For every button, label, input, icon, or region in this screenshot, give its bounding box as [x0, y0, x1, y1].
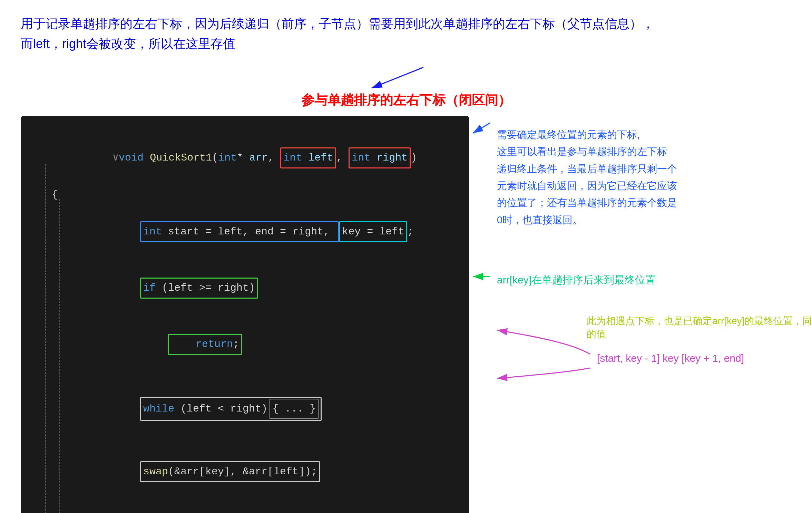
paren-open: ( [212, 152, 218, 164]
semicolon2: ; [233, 338, 239, 350]
spacer3 [38, 500, 452, 507]
if-cond: (left >= right) [162, 282, 255, 294]
kw-int4: int [143, 226, 168, 238]
code-line-7: swap(&arr[key], &arr[left]); [66, 444, 452, 500]
start-decl: start = left, end = right, [168, 226, 336, 238]
spacer2 [38, 438, 452, 444]
highlight-return: return; [168, 334, 242, 355]
dashed-line-inner [59, 199, 60, 513]
fn-name: QuickSort1 [150, 152, 212, 164]
star: * [237, 152, 249, 164]
param-arr: arr [249, 152, 268, 164]
highlight-while: while (left < right){ ... } [140, 397, 322, 421]
ann-rt-l2: 这里可以看出是参与单趟排序的左下标 [497, 143, 756, 160]
key-equals-label: 此为相遇点下标，也是已确定arr[key]的最终位置，同时更新key的值 [587, 316, 812, 339]
ann-key-equals: 此为相遇点下标，也是已确定arr[key]的最终位置，同时更新key的值 [587, 314, 812, 341]
spacer1 [38, 372, 452, 379]
annotation-line2: 而left，right会被改变，所以在这里存值 [21, 34, 791, 54]
code-line-6: while (left < right){ ... } [66, 379, 452, 438]
ann-range: [start, key - 1] key [key + 1, end] [597, 352, 744, 364]
annotation-line1: 用于记录单趟排序的左右下标，因为后续递归（前序，子节点）需要用到此次单趟排序的左… [21, 14, 791, 34]
red-label: 参与单趟排序的左右下标（闭区间） [21, 91, 791, 109]
ann-rt-l4: 元素时就自动返回，因为它已经在它应该 [497, 177, 756, 194]
code-block: ∨void QuickSort1(int* arr, int left, int… [38, 130, 452, 513]
kw-return: return [171, 338, 233, 350]
red-label-row: 参与单趟排序的左右下标（闭区间） [21, 64, 791, 109]
highlight-collapsed: { ... } [270, 399, 319, 419]
param-left: left [308, 152, 333, 164]
comma1: , [268, 152, 280, 164]
ann-rt-l6: 0时，也直接返回。 [497, 212, 756, 229]
top-annotation: 用于记录单趟排序的左右下标，因为后续递归（前序，子节点）需要用到此次单趟排序的左… [21, 14, 791, 54]
param-right: right [376, 152, 408, 164]
kw-int1: int [218, 152, 237, 164]
highlight-key: key = left [339, 221, 407, 242]
kw-int3: int [352, 152, 376, 164]
swap-args: (&arr[key], &arr[left]); [168, 466, 317, 477]
highlight-start-end: int start = left, end = right, [140, 221, 339, 242]
code-wrapper: ∨void QuickSort1(int* arr, int left, int… [21, 116, 469, 513]
fn-swap: swap [143, 466, 168, 477]
ann-rt-l5: 的位置了；还有当单趟排序的元素个数是 [497, 194, 756, 211]
annotations-area: 需要确定最终位置的元素的下标, 这里可以看出是参与单趟排序的左下标 递归终止条件… [469, 116, 791, 513]
ann-rt-l3: 递归终止条件，当最后单趟排序只剩一个 [497, 161, 756, 177]
ann-right-top: 需要确定最终位置的元素的下标, 这里可以看出是参与单趟排序的左下标 递归终止条件… [497, 126, 756, 229]
main-layout: ∨void QuickSort1(int* arr, int left, int… [21, 116, 791, 513]
dashed-line-outer [45, 164, 46, 513]
key-decl: key = left [342, 226, 404, 238]
while-cond: (left < right) [180, 403, 267, 415]
code-line-1: ∨void QuickSort1(int* arr, int left, int… [38, 130, 452, 186]
kw-if: if [143, 282, 162, 294]
top-arrow-svg [303, 64, 510, 91]
arr-key-label: arr[key]在单趟排序后来到最终位置 [497, 274, 656, 285]
semicolon1: ; [407, 226, 413, 238]
highlight-if-block: if (left >= right) [140, 278, 258, 299]
kw-void: void [119, 152, 150, 164]
range-label: [start, key - 1] key [key + 1, end] [597, 352, 744, 364]
kw-while: while [143, 403, 180, 415]
ann-rt-l1: 需要确定最终位置的元素的下标, [497, 126, 756, 143]
code-section: ∨void QuickSort1(int* arr, int left, int… [21, 116, 469, 513]
ann-arr-key: arr[key]在单趟排序后来到最终位置 [497, 273, 656, 287]
top-annotation-text: 用于记录单趟排序的左右下标，因为后续递归（前序，子节点）需要用到此次单趟排序的左… [21, 14, 791, 54]
code-line-2: { [52, 186, 452, 204]
comma2: , [336, 152, 349, 164]
highlight-swap: swap(&arr[key], &arr[left]); [140, 461, 320, 482]
collapse-icon[interactable]: ∨ [112, 152, 119, 164]
page-container: 用于记录单趟排序的左右下标，因为后续递归（前序，子节点）需要用到此次单趟排序的左… [0, 0, 812, 513]
highlight-int-right: int right [349, 147, 411, 168]
code-line-5: return; [93, 316, 452, 372]
highlight-int-left: int left [280, 147, 336, 168]
kw-int2: int [283, 152, 308, 164]
code-line-3: int start = left, end = right, key = lef… [66, 204, 452, 260]
code-line-4: if (left >= right) [66, 260, 452, 316]
svg-line-0 [372, 67, 423, 88]
paren-close: ) [411, 152, 417, 164]
code-line-8: key = left; [66, 507, 452, 513]
